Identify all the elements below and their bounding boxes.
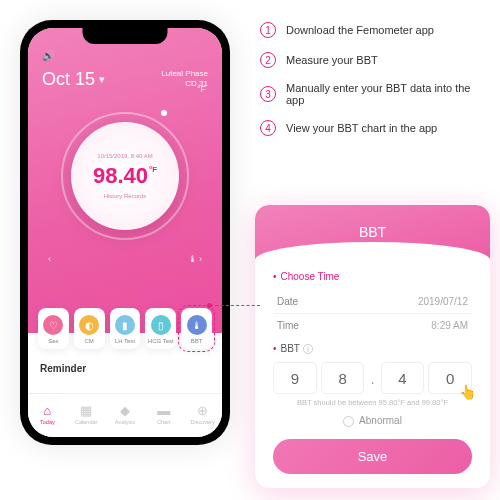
instruction-item: 2Measure your BBT	[260, 52, 490, 68]
tap-hand-icon: 👆	[459, 384, 476, 400]
time-field[interactable]: Time8:29 AM	[273, 314, 472, 337]
bbt-entry-popup: BBT •Choose Time Date2019/07/12 Time8:29…	[255, 205, 490, 488]
bbt-section: •BBTi	[273, 343, 472, 354]
instruction-item: 3Manually enter your BBT data into the a…	[260, 82, 490, 106]
discover-icon: ⊕	[183, 403, 222, 418]
bbt-digit-input[interactable]: 9 8 . 4 0 👆	[273, 362, 472, 394]
temperature-value: 98.40	[93, 163, 148, 189]
save-button[interactable]: Save	[273, 439, 472, 474]
speaker-icon[interactable]: 🔊	[42, 50, 208, 61]
calendar-icon: ▦	[67, 403, 106, 418]
main-header-area: 🔊 Oct 15▾ Luteal PhaseCD 31 °F 10/15/201…	[28, 28, 222, 333]
abnormal-toggle[interactable]: Abnormal	[273, 415, 472, 427]
date-selector[interactable]: Oct 15▾	[42, 69, 105, 90]
digit-3[interactable]: 4	[381, 362, 425, 394]
tab-today[interactable]: ⌂Today	[28, 403, 67, 425]
history-link[interactable]: History Records	[104, 193, 147, 199]
unit-label: °F	[197, 84, 206, 94]
tab-analysis[interactable]: ◆Analysis	[106, 403, 145, 425]
decimal-point: .	[368, 370, 376, 387]
info-icon[interactable]: i	[303, 344, 313, 354]
instructions-list: 1Download the Femometer app 2Measure you…	[260, 22, 490, 150]
step-number: 3	[260, 86, 276, 102]
category-cm[interactable]: ◐CM	[74, 308, 105, 349]
phone-screen: 🔊 Oct 15▾ Luteal PhaseCD 31 °F 10/15/201…	[28, 28, 222, 437]
chart-icon: ▬	[144, 403, 183, 418]
radio-icon	[343, 416, 354, 427]
tab-bar: ⌂Today ▦Calendar ◆Analysis ▬Chart ⊕Disco…	[28, 393, 222, 437]
step-number: 1	[260, 22, 276, 38]
cm-icon: ◐	[79, 315, 99, 335]
heart-icon: ♡	[43, 315, 63, 335]
callout-connector	[210, 305, 260, 306]
diamond-icon: ◆	[106, 403, 145, 418]
digit-2[interactable]: 8	[321, 362, 365, 394]
thermometer-icon: 🌡	[187, 315, 207, 335]
step-number: 2	[260, 52, 276, 68]
category-hcg-test[interactable]: ▯HCG Test	[145, 308, 176, 349]
prev-arrow-icon[interactable]: ‹	[48, 254, 51, 264]
category-bbt[interactable]: 🌡BBT	[181, 308, 212, 349]
lh-icon: ▮	[115, 315, 135, 335]
tab-discovery[interactable]: ⊕Discovery	[183, 403, 222, 425]
tab-chart[interactable]: ▬Chart	[144, 403, 183, 425]
reading-timestamp: 10/15/2019, 8:40 AM	[97, 153, 152, 159]
instruction-item: 4View your BBT chart in the app	[260, 120, 490, 136]
phone-mockup: 🔊 Oct 15▾ Luteal PhaseCD 31 °F 10/15/201…	[20, 20, 230, 445]
hcg-icon: ▯	[151, 315, 171, 335]
category-row: ♡Sex ◐CM ▮LH Test ▯HCG Test 🌡BBT	[38, 308, 212, 349]
category-sex[interactable]: ♡Sex	[38, 308, 69, 349]
temperature-unit: °F	[149, 165, 157, 174]
popup-title: BBT	[255, 205, 490, 259]
date-field[interactable]: Date2019/07/12	[273, 290, 472, 313]
chevron-down-icon: ▾	[99, 73, 105, 86]
category-lh-test[interactable]: ▮LH Test	[110, 308, 141, 349]
home-icon: ⌂	[28, 403, 67, 418]
reminder-heading: Reminder	[40, 363, 86, 374]
temperature-display[interactable]: 10/15/2019, 8:40 AM 98.40°F History Reco…	[71, 122, 179, 230]
step-number: 4	[260, 120, 276, 136]
phone-notch	[83, 28, 168, 44]
instruction-item: 1Download the Femometer app	[260, 22, 490, 38]
digit-1[interactable]: 9	[273, 362, 317, 394]
tab-calendar[interactable]: ▦Calendar	[67, 403, 106, 425]
temperature-ring: 10/15/2019, 8:40 AM 98.40°F History Reco…	[61, 112, 189, 240]
thermometer-icon[interactable]: 🌡 ›	[188, 254, 203, 264]
choose-time-section: •Choose Time	[273, 271, 472, 282]
bbt-range-hint: BBT should be between 95.80°F and 99.80°…	[273, 398, 472, 407]
